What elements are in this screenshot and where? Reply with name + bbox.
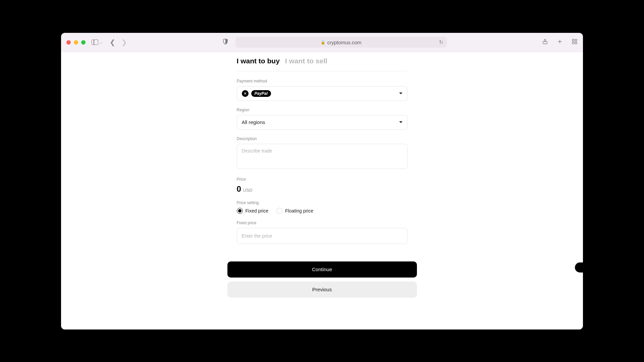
window-controls: [66, 40, 86, 45]
radio-icon: [276, 208, 282, 214]
minimize-window-button[interactable]: [74, 40, 78, 45]
browser-window: ⌄ ❮ ❯ 🔒 cryptomus.com ↻: [61, 33, 583, 329]
payment-method-field: Payment method ✕ PayPal: [237, 79, 408, 101]
svg-rect-2: [575, 39, 577, 41]
tab-buy[interactable]: I want to buy: [237, 57, 280, 65]
fixed-price-field: Fixed price: [237, 221, 408, 244]
svg-rect-3: [572, 42, 574, 44]
price-field: Price 0 USD: [237, 177, 408, 194]
radio-floating-price[interactable]: Floating price: [276, 208, 313, 214]
continue-button[interactable]: Continue: [227, 261, 417, 278]
browser-toolbar: ⌄ ❮ ❯ 🔒 cryptomus.com ↻: [61, 33, 583, 52]
new-tab-icon[interactable]: [557, 39, 563, 46]
fixed-price-label: Fixed price: [237, 221, 408, 225]
region-select[interactable]: All regions: [237, 115, 408, 130]
forward-button[interactable]: ❯: [121, 38, 127, 46]
radio-fixed-label: Fixed price: [246, 208, 268, 214]
address-bar[interactable]: 🔒 cryptomus.com ↻: [235, 37, 447, 48]
payment-chips: ✕ PayPal: [242, 90, 271, 97]
payment-method-select[interactable]: ✕ PayPal: [237, 86, 408, 101]
sidebar-icon: [92, 40, 98, 45]
fixed-price-input[interactable]: [237, 228, 408, 244]
radio-icon: [237, 208, 243, 214]
toolbar-right: [542, 39, 578, 46]
chevron-down-icon: [399, 93, 402, 94]
tab-overview-icon[interactable]: [572, 39, 578, 46]
page-content: I want to buy I want to sell Payment met…: [61, 52, 583, 329]
price-setting-label: Price setting: [237, 200, 408, 205]
chevron-down-icon: ⌄: [100, 41, 102, 44]
price-currency: USD: [243, 188, 252, 193]
description-label: Description: [237, 136, 408, 141]
action-buttons: Continue Previous: [227, 261, 417, 298]
radio-fixed-price[interactable]: Fixed price: [237, 208, 268, 214]
maximize-window-button[interactable]: [81, 40, 86, 45]
svg-rect-4: [575, 42, 577, 44]
price-setting-radios: Fixed price Floating price: [237, 208, 408, 214]
outer-frame: ⌄ ❮ ❯ 🔒 cryptomus.com ↻: [59, 12, 585, 350]
price-setting-field: Price setting Fixed price Floating price: [237, 200, 408, 214]
description-field: Description: [237, 136, 408, 170]
url-text: cryptomus.com: [327, 40, 362, 45]
remove-chip-icon[interactable]: ✕: [242, 90, 249, 97]
tab-sell[interactable]: I want to sell: [285, 57, 327, 65]
previous-button[interactable]: Previous: [227, 282, 417, 298]
sidebar-toggle[interactable]: ⌄: [92, 40, 102, 45]
payment-method-label: Payment method: [237, 79, 408, 83]
chat-widget-icon[interactable]: [575, 262, 583, 273]
lock-icon: 🔒: [321, 40, 325, 45]
share-icon[interactable]: [542, 39, 548, 46]
chevron-down-icon: [399, 121, 402, 123]
back-button[interactable]: ❮: [110, 38, 115, 46]
payment-chip-paypal: PayPal: [251, 90, 271, 97]
trade-direction-tabs: I want to buy I want to sell: [237, 52, 408, 71]
trade-form: I want to buy I want to sell Payment met…: [227, 52, 417, 253]
region-value: All regions: [242, 119, 265, 125]
region-field: Region All regions: [237, 108, 408, 130]
price-display: 0 USD: [237, 184, 408, 194]
price-value: 0: [237, 184, 241, 194]
description-input[interactable]: [237, 144, 408, 169]
svg-rect-1: [572, 39, 574, 41]
region-label: Region: [237, 108, 408, 112]
price-label: Price: [237, 177, 408, 182]
privacy-shield-icon[interactable]: [223, 39, 228, 46]
radio-floating-label: Floating price: [285, 208, 313, 214]
close-window-button[interactable]: [66, 40, 71, 45]
reload-icon[interactable]: ↻: [439, 39, 443, 45]
nav-arrows: ❮ ❯: [110, 38, 127, 46]
